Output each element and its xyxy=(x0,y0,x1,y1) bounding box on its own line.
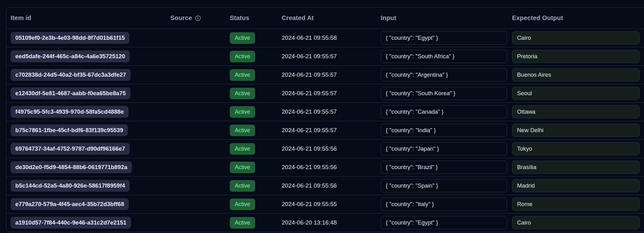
table-row: 05109ef0-2e3b-4e03-98dd-8f7d01b61f15 Act… xyxy=(6,28,644,47)
status-badge: Active xyxy=(230,217,255,229)
item-id-cell: de30d2e0-f5d9-4854-88b6-0619771b892a xyxy=(11,161,170,173)
status-badge: Active xyxy=(230,106,255,118)
input-value-box: { "country": "Egypt" } xyxy=(381,216,507,229)
created-at-value: 2024-06-21 09:55:57 xyxy=(282,90,337,96)
input-value-box: { "country": "South Africa" } xyxy=(381,50,507,63)
created-at-value: 2024-06-21 09:55:56 xyxy=(282,182,337,189)
input-cell: { "country": "India" } xyxy=(381,124,512,137)
status-cell: Active xyxy=(230,88,282,99)
status-cell: Active xyxy=(230,69,282,81)
created-at-cell: 2024-06-21 09:55:57 xyxy=(282,53,381,60)
status-cell: Active xyxy=(230,32,282,44)
column-header-input: Input xyxy=(381,14,512,22)
item-id-pill[interactable]: de30d2e0-f5d9-4854-88b6-0619771b892a xyxy=(11,161,132,173)
item-id-cell: e779a270-579a-4f45-aec4-35b72d3bff68 xyxy=(11,198,170,210)
item-id-pill[interactable]: f4975c95-5fc3-4939-970d-58fa5cd4888e xyxy=(11,106,128,118)
expected-output-value-box: Madrid xyxy=(512,179,640,192)
item-id-pill[interactable]: 05109ef0-2e3b-4e03-98dd-8f7d01b61f15 xyxy=(11,32,129,44)
created-at-cell: 2024-06-21 09:55:56 xyxy=(282,145,381,152)
expected-output-value-box: Buenos Aires xyxy=(512,68,640,81)
expected-output-cell: Brasília xyxy=(512,161,644,174)
status-badge: Active xyxy=(230,199,255,210)
expected-output-cell: Madrid xyxy=(512,179,644,192)
status-cell: Active xyxy=(230,162,282,173)
created-at-value: 2024-06-21 09:55:58 xyxy=(282,34,337,41)
dataset-items-table: Item id Source Status Created At Input E… xyxy=(6,7,644,232)
created-at-value: 2024-06-21 09:55:57 xyxy=(282,127,337,133)
status-badge: Active xyxy=(230,69,255,81)
item-id-pill[interactable]: c702838d-24d5-40a2-bf35-67dc3a3dfe27 xyxy=(11,69,131,81)
created-at-cell: 2024-06-21 09:55:57 xyxy=(282,71,381,78)
status-cell: Active xyxy=(230,51,282,62)
created-at-cell: 2024-06-20 13:16:48 xyxy=(282,219,381,226)
item-id-pill[interactable]: b5c144cd-52a5-4a80-926e-58617f8959f4 xyxy=(11,180,130,192)
item-id-cell: b75c7861-1fbe-45cf-bdf6-83f139c95539 xyxy=(11,124,170,136)
created-at-value: 2024-06-20 13:16:48 xyxy=(282,219,337,226)
created-at-value: 2024-06-21 09:55:57 xyxy=(282,71,337,78)
input-value-box: { "country": "Canada" } xyxy=(381,105,507,118)
created-at-cell: 2024-06-21 09:55:56 xyxy=(282,164,381,171)
input-cell: { "country": "Egypt" } xyxy=(381,31,512,44)
input-value-box: { "country": "Brazil" } xyxy=(381,161,507,174)
expected-output-value-box: Ottawa xyxy=(512,105,640,118)
item-id-pill[interactable]: eed5dafe-244f-465c-a84c-4a6e35725120 xyxy=(11,50,130,62)
expected-output-cell: Cairo xyxy=(512,31,644,44)
item-id-cell: eed5dafe-244f-465c-a84c-4a6e35725120 xyxy=(11,50,170,62)
item-id-cell: e12430df-5e81-4687-aabb-f0ea65be8a75 xyxy=(11,87,170,99)
item-id-cell: a1910d57-7f84-440c-9e46-a31c2d7e2151 xyxy=(11,217,170,229)
created-at-cell: 2024-06-21 09:55:56 xyxy=(282,182,381,189)
created-at-cell: 2024-06-21 09:55:55 xyxy=(282,201,381,208)
input-value-box: { "country": "Spain" } xyxy=(381,179,507,192)
table-row: f4975c95-5fc3-4939-970d-58fa5cd4888e Act… xyxy=(6,102,644,121)
expected-output-cell: Rome xyxy=(512,198,644,211)
expected-output-cell: New Delhi xyxy=(512,124,644,137)
expected-output-cell: Seoul xyxy=(512,87,644,100)
item-id-pill[interactable]: 69764737-34af-4752-9787-d90df96166e7 xyxy=(11,143,130,155)
expected-output-value-box: Tokyo xyxy=(512,142,640,155)
expected-output-value-box: Rome xyxy=(512,198,640,211)
table-row: b75c7861-1fbe-45cf-bdf6-83f139c95539 Act… xyxy=(6,121,644,139)
input-value-box: { "country": "Egypt" } xyxy=(381,31,507,44)
item-id-pill[interactable]: a1910d57-7f84-440c-9e46-a31c2d7e2151 xyxy=(11,217,131,229)
column-header-status: Status xyxy=(230,14,282,22)
item-id-pill[interactable]: b75c7861-1fbe-45cf-bdf6-83f139c95539 xyxy=(11,124,128,136)
expected-output-cell: Buenos Aires xyxy=(512,68,644,81)
status-badge: Active xyxy=(230,125,255,136)
input-cell: { "country": "Italy" } xyxy=(381,198,512,211)
input-cell: { "country": "Canada" } xyxy=(381,105,512,118)
input-cell: { "country": "Spain" } xyxy=(381,179,512,192)
created-at-value: 2024-06-21 09:55:55 xyxy=(282,201,337,207)
item-id-cell: c702838d-24d5-40a2-bf35-67dc3a3dfe27 xyxy=(11,69,170,81)
input-cell: { "country": "Japan" } xyxy=(381,142,512,155)
item-id-cell: 69764737-34af-4752-9787-d90df96166e7 xyxy=(11,143,170,155)
input-cell: { "country": "Argentina" } xyxy=(381,68,512,81)
status-cell: Active xyxy=(230,199,282,210)
info-icon[interactable] xyxy=(195,15,201,21)
page: { "table": { "columns": [ { "label": "It… xyxy=(0,0,644,233)
table-row: b5c144cd-52a5-4a80-926e-58617f8959f4 Act… xyxy=(6,176,644,195)
expected-output-value-box: New Delhi xyxy=(512,124,640,137)
created-at-cell: 2024-06-21 09:55:57 xyxy=(282,108,381,115)
expected-output-value-box: Pretoria xyxy=(512,50,640,63)
input-cell: { "country": "Brazil" } xyxy=(381,161,512,174)
table-header-row: Item id Source Status Created At Input E… xyxy=(6,8,644,28)
table-row: c702838d-24d5-40a2-bf35-67dc3a3dfe27 Act… xyxy=(6,65,644,84)
status-badge: Active xyxy=(230,88,255,99)
status-cell: Active xyxy=(230,125,282,136)
table-row: e12430df-5e81-4687-aabb-f0ea65be8a75 Act… xyxy=(6,84,644,102)
table-row: a1910d57-7f84-440c-9e46-a31c2d7e2151 Act… xyxy=(6,213,644,232)
item-id-pill[interactable]: e779a270-579a-4f45-aec4-35b72d3bff68 xyxy=(11,198,129,210)
created-at-value: 2024-06-21 09:55:56 xyxy=(282,145,337,152)
created-at-cell: 2024-06-21 09:55:57 xyxy=(282,127,381,134)
expected-output-value-box: Seoul xyxy=(512,87,640,100)
expected-output-value-box: Brasília xyxy=(512,161,640,174)
column-header-label: Status xyxy=(230,14,249,22)
input-value-box: { "country": "Japan" } xyxy=(381,142,507,155)
column-header-item-id: Item id xyxy=(11,14,170,22)
item-id-pill[interactable]: e12430df-5e81-4687-aabb-f0ea65be8a75 xyxy=(11,87,130,99)
item-id-cell: 05109ef0-2e3b-4e03-98dd-8f7d01b61f15 xyxy=(11,32,170,44)
input-value-box: { "country": "South Korea" } xyxy=(381,87,507,100)
expected-output-value-box: Cairo xyxy=(512,31,640,44)
input-value-box: { "country": "Italy" } xyxy=(381,198,507,211)
status-badge: Active xyxy=(230,51,255,62)
